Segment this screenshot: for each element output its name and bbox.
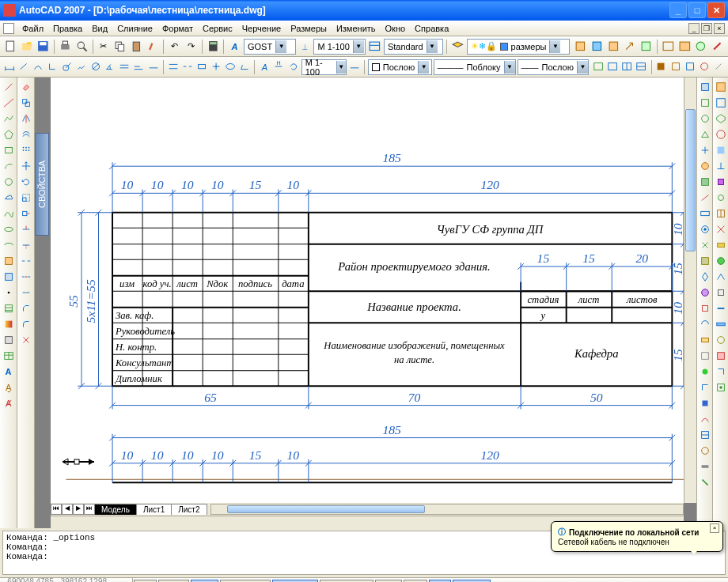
menu-merge[interactable]: Слияние (112, 22, 157, 35)
dim-scale-combo[interactable]: M 1-100▼ (301, 59, 347, 75)
region-icon[interactable] (2, 333, 16, 347)
array-icon[interactable] (19, 143, 33, 157)
menu-window[interactable]: Окно (381, 22, 411, 35)
linetype-combo[interactable]: ———Поблоку▼ (434, 59, 516, 75)
gradient-icon[interactable] (2, 317, 16, 331)
menu-edit[interactable]: Правка (48, 22, 87, 35)
horizontal-scrollbar[interactable] (210, 504, 684, 515)
chamfer-icon[interactable] (19, 301, 33, 316)
move-icon[interactable] (19, 159, 33, 173)
calc-icon[interactable] (206, 39, 221, 55)
toggle-ortho[interactable]: ОРТО (191, 580, 218, 583)
vp-d-icon[interactable] (635, 59, 647, 75)
trim-icon[interactable] (19, 222, 33, 236)
doc-restore-button[interactable]: ❐ (701, 23, 712, 34)
rr12-icon[interactable] (714, 254, 728, 268)
pline-icon[interactable] (2, 111, 16, 126)
rr7-icon[interactable] (714, 175, 728, 189)
dim-obl-icon[interactable] (238, 59, 251, 75)
tool-g-icon[interactable] (677, 39, 692, 55)
paste-icon[interactable] (129, 39, 144, 55)
r6-icon[interactable] (698, 159, 712, 173)
doc-close-button[interactable]: × (714, 23, 725, 34)
print-icon[interactable] (58, 39, 73, 55)
tab-nav-next[interactable]: ▶ (73, 504, 84, 515)
toggle-osnap[interactable]: ПРИВЯЗКА (272, 580, 318, 583)
menu-file[interactable]: Файл (17, 22, 48, 35)
layer-props-icon[interactable] (450, 39, 465, 55)
vp-e-icon[interactable] (654, 59, 667, 75)
line-icon[interactable] (2, 80, 16, 94)
vp-g-icon[interactable] (684, 59, 696, 75)
tool-a-icon[interactable] (573, 39, 588, 55)
revcloud-icon[interactable] (2, 191, 16, 205)
fillet-icon[interactable] (19, 317, 33, 331)
tool-d-icon[interactable] (623, 39, 638, 55)
rr3-icon[interactable] (714, 111, 728, 126)
r1-icon[interactable] (698, 80, 712, 94)
properties-panel-tab[interactable]: СВОЙСТВА (35, 133, 49, 236)
rr18-icon[interactable] (714, 349, 728, 363)
dim-tedit-icon[interactable]: H (272, 59, 285, 75)
copy-icon[interactable] (112, 39, 127, 55)
dim-style-upd-icon[interactable] (348, 59, 361, 75)
dim-aligned-icon[interactable] (17, 59, 30, 75)
menu-view[interactable]: Вид (87, 22, 112, 35)
rr10-icon[interactable] (714, 222, 728, 236)
menu-service[interactable]: Сервис (198, 22, 237, 35)
rr17-icon[interactable] (714, 333, 728, 347)
r26-icon[interactable] (698, 475, 712, 489)
tab-nav-last[interactable]: ⏭ (84, 504, 95, 515)
dim-insp-icon[interactable] (224, 59, 237, 75)
annot-scale-combo[interactable]: M 1-100▼ (313, 39, 366, 55)
dim-edit-icon[interactable]: A (258, 59, 271, 75)
insert-icon[interactable] (2, 254, 16, 268)
dim-ord-icon[interactable] (46, 59, 59, 75)
dim-jog-icon[interactable] (75, 59, 88, 75)
arc-icon[interactable] (2, 159, 16, 173)
r13-icon[interactable] (698, 270, 712, 284)
point-icon[interactable] (2, 285, 16, 300)
copy2-icon[interactable] (19, 96, 33, 110)
dim-arc-icon[interactable] (32, 59, 44, 75)
auxA2-icon[interactable]: Ⱥ (2, 396, 16, 410)
extend-icon[interactable] (19, 238, 33, 252)
tool-f-icon[interactable] (661, 39, 676, 55)
toggle-model[interactable]: МОДЕЛЬ (453, 580, 491, 583)
dim-quick-icon[interactable] (118, 59, 131, 75)
rr19-icon[interactable] (714, 365, 728, 379)
mtext-icon[interactable]: A (2, 365, 16, 379)
balloon-close-button[interactable]: × (710, 523, 719, 533)
r20-icon[interactable] (698, 380, 712, 395)
dim-tol-icon[interactable] (195, 59, 208, 75)
r10-icon[interactable] (698, 222, 712, 236)
rr1-icon[interactable] (714, 80, 728, 94)
xline-icon[interactable] (2, 96, 16, 110)
r5-icon[interactable] (698, 143, 712, 157)
text-style-icon[interactable]: A (227, 39, 242, 55)
vp-i-icon[interactable] (712, 59, 725, 75)
offset-icon[interactable] (19, 127, 33, 142)
hatch-icon[interactable] (2, 301, 16, 316)
menu-help[interactable]: Справка (410, 22, 453, 35)
toggle-ducs[interactable]: ДПСК (375, 580, 402, 583)
r18-icon[interactable] (698, 349, 712, 363)
rr11-icon[interactable] (714, 238, 728, 252)
open-icon[interactable] (20, 39, 35, 55)
r7-icon[interactable] (698, 175, 712, 189)
close-button[interactable]: ✕ (707, 2, 725, 18)
rr13-icon[interactable] (714, 270, 728, 284)
r4-icon[interactable] (698, 127, 712, 142)
circle-icon[interactable] (2, 175, 16, 189)
r11-icon[interactable] (698, 238, 712, 252)
tool-h-icon[interactable] (693, 39, 708, 55)
auxA-icon[interactable]: A̱ (2, 380, 16, 395)
r25-icon[interactable] (698, 459, 712, 474)
r16-icon[interactable] (698, 317, 712, 331)
rr15-icon[interactable] (714, 301, 728, 316)
lineweight-combo[interactable]: ——Послою▼ (518, 59, 589, 75)
toggle-otrack[interactable]: ОТС-ОБЪЕКТ (320, 580, 373, 583)
ellipse-icon[interactable] (2, 222, 16, 236)
mirror-icon[interactable] (19, 111, 33, 126)
toggle-lwt[interactable]: ВЕС (429, 580, 452, 583)
